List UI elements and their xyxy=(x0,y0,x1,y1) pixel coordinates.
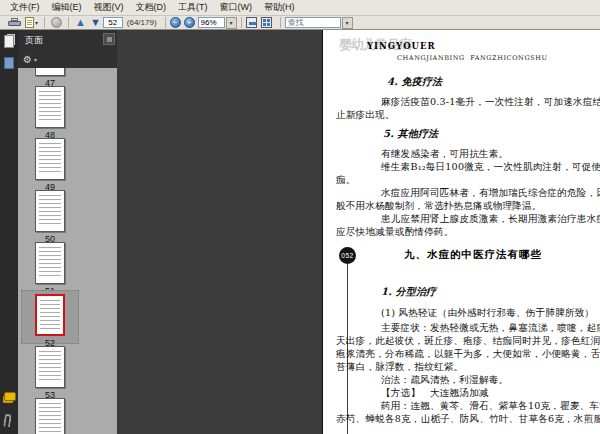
thumbnail-page[interactable] xyxy=(35,68,65,76)
page-text-line: 主要症状：发热轻微或无热，鼻塞流涕，喷嚏，起病后1-2 xyxy=(381,322,600,333)
pages-panel-header: 页面 xyxy=(18,30,117,50)
toolbar-separator xyxy=(68,17,69,28)
paperclip-icon[interactable] xyxy=(3,414,12,428)
layers-tab-icon[interactable] xyxy=(4,57,14,69)
print-button[interactable] xyxy=(6,16,23,29)
page-count-label: (64/179) xyxy=(127,18,157,27)
printer-icon xyxy=(8,18,21,27)
thumbnail-content-preview xyxy=(39,195,61,227)
page-text-line: 赤芍、蝉蜕各8克，山栀子、防风、竹叶、甘草各6克，水煎服， xyxy=(336,413,600,424)
page-text-line: (1) 风热轻证（由外感时行邪毒、伤于肺脾所致） xyxy=(381,307,594,318)
menu-item[interactable]: 文档(D) xyxy=(130,0,173,15)
toolbar-separator xyxy=(280,17,281,28)
page-text-line: 4. 免疫疗法 xyxy=(387,76,442,87)
page-text-line: 止新疹出现。 xyxy=(336,109,395,120)
page-text-line: 水痘应用阿司匹林者，有增加瑞氏综合症的危险，因此一 xyxy=(381,187,600,198)
page-text-line: 应尽快地减量或酌情停药。 xyxy=(336,226,454,237)
thumbnail-content-preview xyxy=(39,91,61,123)
menu-item[interactable]: 帮助(H) xyxy=(258,0,301,15)
page-text-line: 患儿应禁用肾上腺皮质激素，长期用激素治疗患水痘者， xyxy=(381,213,600,224)
thumbnail-page[interactable] xyxy=(35,346,65,388)
navigation-tab-strip xyxy=(0,30,18,434)
toolbar: ▾ ▲ ▼ (64/179) − + ▾ ▾ xyxy=(0,16,600,30)
pages-tab-icon[interactable] xyxy=(4,35,14,48)
thumbnail-page[interactable] xyxy=(35,138,65,180)
page-text-line: 1. 分型治疗 xyxy=(381,286,436,297)
page-text-line: 有继发感染者，可用抗生素。 xyxy=(381,148,508,159)
zoom-in-button[interactable]: + xyxy=(184,17,195,28)
page-text-line: 天出疹，此起彼伏，斑丘疹、疱疹、结痂同时并见，疹色红润， xyxy=(336,335,600,346)
panel-menu-button[interactable] xyxy=(103,33,115,45)
disabled-tool-button xyxy=(49,16,64,29)
menu-item[interactable]: 工具(T) xyxy=(172,0,214,15)
pages-panel-options-row: ⚙ ▾ xyxy=(18,50,117,68)
zoom-out-button[interactable]: − xyxy=(170,17,181,28)
thumbnail-page[interactable] xyxy=(35,86,65,128)
page-text-line: 痂。 xyxy=(336,174,356,185)
page-text-line: 苔薄白，脉浮数，指纹红紫。 xyxy=(336,361,463,372)
fit-page-button[interactable] xyxy=(261,17,272,28)
menu-item[interactable]: 编辑(E) xyxy=(46,0,88,15)
menu-item[interactable]: 视图(V) xyxy=(88,0,130,15)
arrow-up-icon: ▲ xyxy=(75,17,86,28)
gear-icon[interactable]: ⚙ xyxy=(23,54,32,65)
thumbnail-page[interactable] xyxy=(35,190,65,232)
page-text-line: 【方选】 大连翘汤加减 xyxy=(381,387,489,398)
page-text-line: 麻疹活疫苗0.3-1毫升，一次性注射，可加速水痘结痂，防 xyxy=(381,96,600,107)
globe-icon xyxy=(51,17,62,28)
next-page-button[interactable]: ▼ xyxy=(88,16,103,29)
find-input[interactable] xyxy=(285,17,341,28)
thumbnail-content-preview xyxy=(39,247,61,279)
document-view-area[interactable]: 婴幼儿常见病 YINGYOUER CHANGJIANBING FANGZHICO… xyxy=(117,30,600,434)
thumbnail-content-preview xyxy=(39,68,61,71)
thumbnail-page[interactable] xyxy=(35,398,65,434)
pdf-reader-window: 文件(F)编辑(E)视图(V)文档(D)工具(T)窗口(W)帮助(H) ▾ ▲ … xyxy=(0,0,600,434)
thumbnail-content-preview xyxy=(39,403,61,434)
thumbnail-content-preview xyxy=(40,300,60,330)
toolbar-separator xyxy=(241,17,242,28)
thumbnail-content-preview xyxy=(39,351,61,383)
page-text-line: 治法：疏风清热，利湿解毒。 xyxy=(381,374,508,385)
chevron-down-icon[interactable]: ▾ xyxy=(34,56,37,63)
pages-panel-title: 页面 xyxy=(25,34,43,47)
document-page: 婴幼儿常见病 YINGYOUER CHANGJIANBING FANGZHICO… xyxy=(322,30,600,434)
page-text-line: 5. 其他疗法 xyxy=(383,128,438,139)
section-heading: 九、水痘的中医疗法有哪些 xyxy=(323,248,600,262)
thumbnail-page[interactable] xyxy=(35,242,65,284)
toolbar-separator xyxy=(165,17,166,28)
menu-item[interactable]: 窗口(W) xyxy=(214,0,259,15)
page-number-input[interactable] xyxy=(103,17,123,28)
toolbar-separator xyxy=(44,17,45,28)
zoom-dropdown-button[interactable]: ▾ xyxy=(226,17,237,29)
previous-page-button[interactable]: ▲ xyxy=(73,16,88,29)
find-dropdown-button[interactable]: ▾ xyxy=(342,17,353,29)
pages-panel: 页面 ⚙ ▾ 4748495051525354 ▲ ▼ xyxy=(18,30,117,434)
save-copy-button[interactable]: ▾ xyxy=(23,16,40,29)
zoom-level-input[interactable] xyxy=(198,17,225,28)
page-header-subtitle: CHANGJIANBING FANGZHICONGSHU xyxy=(397,54,548,62)
arrow-down-icon: ▼ xyxy=(90,17,101,28)
save-document-icon xyxy=(25,17,34,28)
page-text-line: 般不用水杨酸制剂，常选扑热息痛或物理降温。 xyxy=(336,200,542,211)
page-text-line: 维生素B₁₂每日100微克，一次性肌肉注射，可促使疱疹结 xyxy=(381,161,600,172)
page-text-line: 药用：连翘、黄芩、滑石、紫草各10克，瞿麦、车前子、 xyxy=(381,400,600,411)
fit-width-button[interactable] xyxy=(246,17,257,28)
comments-icon[interactable] xyxy=(4,392,16,401)
menu-bar: 文件(F)编辑(E)视图(V)文档(D)工具(T)窗口(W)帮助(H) xyxy=(0,0,600,16)
page-text-line: 疱浆清亮，分布稀疏，以躯干为多，大便如常，小便略黄，舌 xyxy=(336,348,600,359)
thumbnail-page-view-box[interactable] xyxy=(35,294,65,336)
thumbnail-content-preview xyxy=(39,143,61,175)
page-header-title: YINGYOUER xyxy=(367,41,436,51)
menu-item[interactable]: 文件(F) xyxy=(4,0,46,15)
thumbnail-list: 4748495051525354 xyxy=(18,68,105,434)
chevron-down-icon[interactable]: ▾ xyxy=(35,19,38,26)
